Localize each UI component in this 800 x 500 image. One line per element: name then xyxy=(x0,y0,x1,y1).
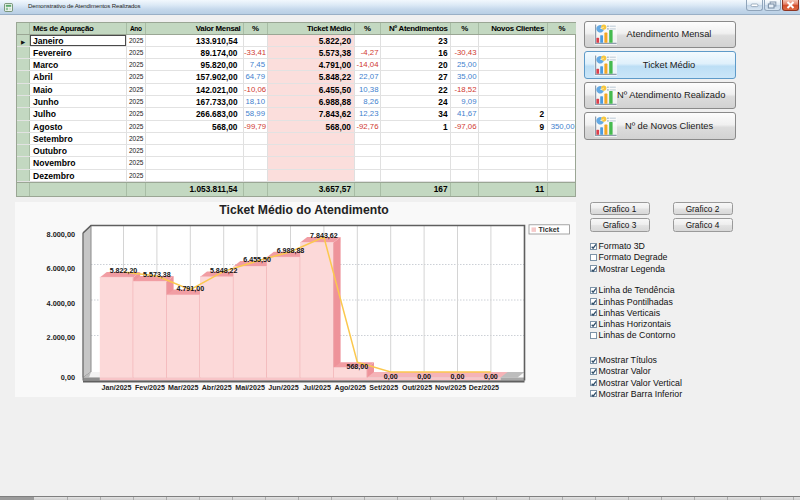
svg-text:0,00: 0,00 xyxy=(61,373,75,382)
svg-text:Ago/2025: Ago/2025 xyxy=(335,384,367,392)
svg-text:Jan/2025: Jan/2025 xyxy=(102,384,132,392)
svg-text:4.000,00: 4.000,00 xyxy=(47,299,75,308)
svg-text:6.455,50: 6.455,50 xyxy=(243,256,271,264)
svg-text:0,00: 0,00 xyxy=(451,373,465,381)
svg-text:2.000,00: 2.000,00 xyxy=(47,333,75,342)
svg-text:568,00: 568,00 xyxy=(346,363,368,371)
svg-text:Out/2025: Out/2025 xyxy=(402,384,432,392)
svg-text:Fev/2025: Fev/2025 xyxy=(135,384,165,392)
svg-text:7.843,62: 7.843,62 xyxy=(310,232,338,240)
svg-text:Mar/2025: Mar/2025 xyxy=(168,384,198,392)
svg-text:Ticket: Ticket xyxy=(539,225,560,234)
svg-text:5.848,22: 5.848,22 xyxy=(210,267,238,275)
svg-text:5.822,20: 5.822,20 xyxy=(110,267,138,275)
svg-text:Abr/2025: Abr/2025 xyxy=(202,384,232,392)
svg-text:4.791,00: 4.791,00 xyxy=(176,285,204,293)
svg-text:8.000,00: 8.000,00 xyxy=(47,230,75,239)
svg-text:Set/2025: Set/2025 xyxy=(369,384,398,392)
svg-text:6.988,88: 6.988,88 xyxy=(277,247,305,255)
svg-text:0,00: 0,00 xyxy=(417,373,431,381)
svg-text:Nov/2025: Nov/2025 xyxy=(435,384,466,392)
svg-text:0,00: 0,00 xyxy=(484,373,498,381)
svg-text:Dez/2025: Dez/2025 xyxy=(469,384,499,392)
svg-text:5.573,38: 5.573,38 xyxy=(143,271,171,279)
svg-text:0,00: 0,00 xyxy=(384,373,398,381)
svg-text:Jun/2025: Jun/2025 xyxy=(268,384,298,392)
svg-text:Mai/2025: Mai/2025 xyxy=(235,384,265,392)
svg-text:Jul/2025: Jul/2025 xyxy=(303,384,331,392)
svg-text:Ticket Médio do Atendimento: Ticket Médio do Atendimento xyxy=(219,203,388,217)
svg-text:6.000,00: 6.000,00 xyxy=(47,264,75,273)
